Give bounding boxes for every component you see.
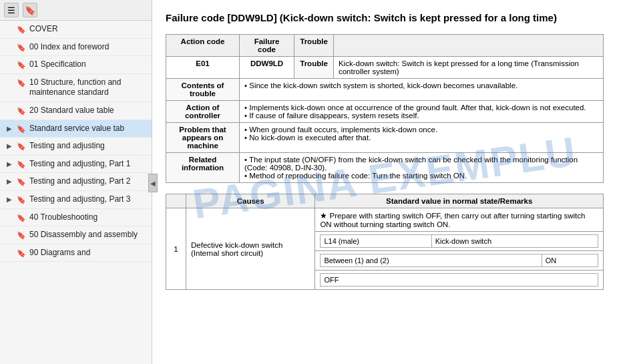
bookmark-icon-10: 🔖 [17, 213, 26, 222]
sidebar-item-9[interactable]: ▶🔖Testing and adjusting, Part 3 [0, 191, 152, 209]
bookmark-icon-8: 🔖 [17, 177, 26, 186]
sidebar-toolbar: ☰ 🔖 [0, 0, 152, 21]
contents-value: • Since the kick-down switch system is s… [240, 79, 604, 101]
sidebar-item-12[interactable]: 🔖90 Diagrams and [0, 244, 152, 262]
bookmark-icon-11: 🔖 [17, 230, 26, 240]
col-causes: Causes [186, 194, 315, 208]
sidebar-item-label-8: Testing and adjusting, Part 2 [29, 176, 130, 187]
sidebar-item-label-3: 10 Structure, function and maintenance s… [29, 77, 148, 98]
sidebar-item-label-1: 00 Index and foreword [29, 42, 109, 53]
page-title: Failure code [DDW9LD] (Kick-down switch:… [166, 11, 604, 25]
sidebar-arrow-6: ▶ [7, 142, 15, 150]
sidebar-item-4[interactable]: 🔖20 Standard value table [0, 102, 152, 120]
cause-check1: L14 (male) Kick-down switch [315, 232, 604, 251]
related-label: Related information [166, 153, 240, 183]
sidebar-arrow-7: ▶ [7, 160, 15, 168]
sidebar-item-label-0: COVER [29, 24, 58, 35]
action-value: • Implements kick-down once at occurrenc… [240, 101, 604, 123]
sidebar-item-label-10: 40 Troubleshooting [29, 212, 97, 223]
sidebar-item-6[interactable]: ▶🔖Testing and adjusting [0, 138, 152, 156]
sidebar-item-10[interactable]: 🔖40 Troubleshooting [0, 209, 152, 227]
sidebar-item-label-6: Testing and adjusting [29, 141, 105, 152]
action-code-value: E01 [166, 57, 240, 79]
col-num [166, 194, 186, 208]
contents-label: Contents of trouble [166, 79, 240, 101]
sidebar-item-label-9: Testing and adjusting, Part 3 [29, 194, 130, 205]
col-trouble: Trouble [294, 35, 334, 57]
sidebar-items: 🔖COVER🔖00 Index and foreword🔖01 Specific… [0, 21, 152, 364]
col-failure-code: Failure code [240, 35, 294, 57]
cause-check2-on: Between (1) and (2) ON [315, 251, 604, 270]
sidebar-arrow-8: ▶ [7, 177, 15, 186]
bookmark-icon-4: 🔖 [17, 106, 26, 116]
trouble-label: Trouble [294, 57, 334, 79]
col-standard: Standard value in normal state/Remarks [315, 194, 604, 208]
description-value: Kick-down switch: Switch is kept pressed… [333, 57, 603, 79]
sidebar: ☰ 🔖 🔖COVER🔖00 Index and foreword🔖01 Spec… [0, 0, 152, 364]
bookmark-icon-0: 🔖 [17, 25, 26, 34]
sidebar-item-11[interactable]: 🔖50 Disassembly and assembly [0, 226, 152, 244]
sidebar-item-2[interactable]: 🔖01 Specification [0, 56, 152, 74]
main-content: PAGINA EXEMPLU Failure code [DDW9LD] (Ki… [152, 0, 617, 364]
sidebar-item-3[interactable]: 🔖10 Structure, function and maintenance … [0, 74, 152, 102]
sidebar-item-0[interactable]: 🔖COVER [0, 21, 152, 39]
sidebar-arrow-5: ▶ [7, 124, 15, 133]
bookmark-icon-12: 🔖 [17, 248, 26, 258]
related-value: • The input state (ON/OFF) from the kick… [240, 153, 604, 183]
bookmark-icon-7: 🔖 [17, 160, 26, 169]
sidebar-collapse-button[interactable]: ◀ [148, 174, 158, 192]
sidebar-item-label-12: 90 Diagrams and [29, 248, 90, 258]
sidebar-item-5[interactable]: ▶🔖Standard service value tab [0, 120, 152, 138]
sidebar-item-label-4: 20 Standard value table [29, 106, 114, 116]
sidebar-item-label-7: Testing and adjusting, Part 1 [29, 159, 130, 170]
sidebar-item-8[interactable]: ▶🔖Testing and adjusting, Part 2 [0, 173, 152, 191]
sidebar-item-7[interactable]: ▶🔖Testing and adjusting, Part 1 [0, 156, 152, 174]
bookmark-icon-9: 🔖 [17, 195, 26, 204]
cause-check2-off: OFF [315, 270, 604, 290]
sidebar-item-label-11: 50 Disassembly and assembly [29, 230, 138, 240]
bookmark-icon-2: 🔖 [17, 60, 26, 69]
problem-label: Problem that appears on machine [166, 123, 240, 153]
cause-text: Defective kick-down switch (Internal sho… [186, 208, 315, 290]
col-description [333, 35, 603, 57]
action-label: Action of controller [166, 101, 240, 123]
sidebar-arrow-9: ▶ [7, 195, 15, 204]
sidebar-item-label-2: 01 Specification [29, 59, 86, 70]
menu-icon[interactable]: ☰ [4, 3, 19, 17]
info-table: Action code Failure code Trouble E01 DDW… [166, 34, 604, 183]
sidebar-item-1[interactable]: 🔖00 Index and foreword [0, 39, 152, 57]
cause-prepare: ★ Prepare with starting switch OFF, then… [315, 208, 604, 232]
cause-num: 1 [166, 208, 186, 290]
bookmark-icon-3: 🔖 [17, 78, 26, 87]
bookmark-icon-5: 🔖 [17, 124, 26, 134]
col-action-code: Action code [166, 35, 240, 57]
failure-code-value: DDW9LD [240, 57, 294, 79]
bookmark-icon-1: 🔖 [17, 43, 26, 52]
bookmark-icon-6: 🔖 [17, 142, 26, 151]
causes-table: Causes Standard value in normal state/Re… [166, 194, 604, 290]
bookmark-icon[interactable]: 🔖 [23, 3, 37, 17]
sidebar-item-label-5: Standard service value tab [29, 124, 124, 134]
problem-value: • When ground fault occurs, implements k… [240, 123, 604, 153]
